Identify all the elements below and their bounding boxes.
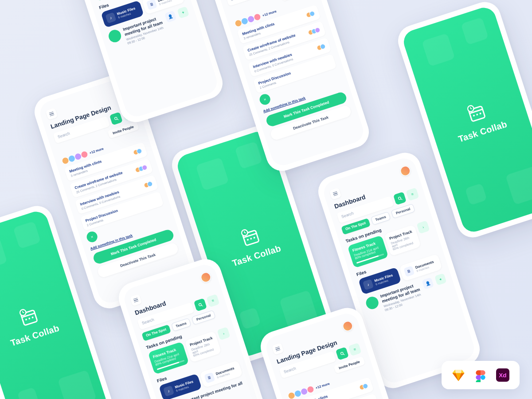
tab-personal[interactable]: Personal: [192, 310, 216, 325]
xd-icon: Xd: [495, 367, 511, 383]
add-button[interactable]: +: [177, 6, 189, 19]
mockup-stage: Task Collab Task Collab Task Collab: [0, 0, 532, 399]
menu-button[interactable]: [130, 294, 142, 306]
document-icon: 🗎: [403, 266, 415, 277]
tab-personal[interactable]: Personal: [391, 203, 415, 219]
svg-point-3: [28, 317, 31, 320]
chevron-right-icon[interactable]: ›: [416, 220, 430, 234]
svg-point-21: [398, 196, 401, 200]
svg-point-14: [473, 114, 475, 117]
menu-button[interactable]: [272, 343, 284, 355]
svg-text:Xd: Xd: [499, 372, 506, 379]
search-icon[interactable]: [110, 112, 123, 125]
tab-teams[interactable]: Teams: [171, 318, 192, 332]
user-icon[interactable]: 👤: [164, 11, 177, 23]
svg-point-15: [476, 113, 478, 116]
svg-point-23: [481, 375, 485, 380]
music-icon: ♪: [105, 12, 116, 23]
svg-point-8: [246, 239, 249, 241]
close-icon[interactable]: ×: [258, 93, 272, 106]
search-icon[interactable]: [393, 192, 407, 205]
avatar[interactable]: [399, 165, 411, 177]
avatar[interactable]: [341, 320, 354, 332]
svg-point-10: [253, 236, 255, 239]
add-button[interactable]: +: [434, 273, 447, 286]
sketch-icon: [450, 367, 466, 383]
close-icon[interactable]: ×: [86, 230, 99, 243]
avatar[interactable]: [200, 271, 212, 284]
svg-point-22: [340, 352, 343, 355]
svg-point-18: [114, 117, 117, 120]
filter-icon[interactable]: ≡: [206, 294, 219, 307]
calendar-clock-icon: [16, 304, 42, 329]
event-dot: [364, 295, 380, 311]
document-icon: 🗎: [204, 372, 215, 383]
svg-point-2: [25, 318, 27, 321]
tab-teams[interactable]: Teams: [370, 211, 391, 225]
calendar-clock-icon: [238, 224, 263, 250]
svg-point-9: [250, 238, 252, 240]
search-icon[interactable]: [336, 347, 349, 360]
calendar-clock-icon: [464, 100, 489, 125]
user-icon[interactable]: 👤: [422, 277, 434, 289]
document-icon: 🗎: [146, 0, 157, 10]
filter-icon[interactable]: ≡: [348, 343, 361, 356]
brand-name: Task Collab: [457, 119, 509, 144]
svg-point-20: [198, 303, 201, 306]
svg-point-4: [31, 316, 34, 318]
filter-icon[interactable]: ≡: [406, 188, 419, 201]
search-icon[interactable]: [194, 298, 207, 311]
brand-name: Task Collab: [9, 323, 61, 348]
music-icon: ♪: [363, 279, 374, 290]
menu-button[interactable]: [329, 188, 342, 200]
design-tool-badges: Xd: [442, 361, 520, 389]
menu-button[interactable]: [46, 108, 58, 120]
figma-icon: [473, 367, 489, 383]
chevron-right-icon[interactable]: ›: [217, 327, 230, 340]
event-dot: [107, 28, 122, 44]
brand-name: Task Collab: [231, 243, 282, 268]
music-icon: ♪: [163, 385, 174, 396]
svg-point-16: [479, 112, 481, 114]
